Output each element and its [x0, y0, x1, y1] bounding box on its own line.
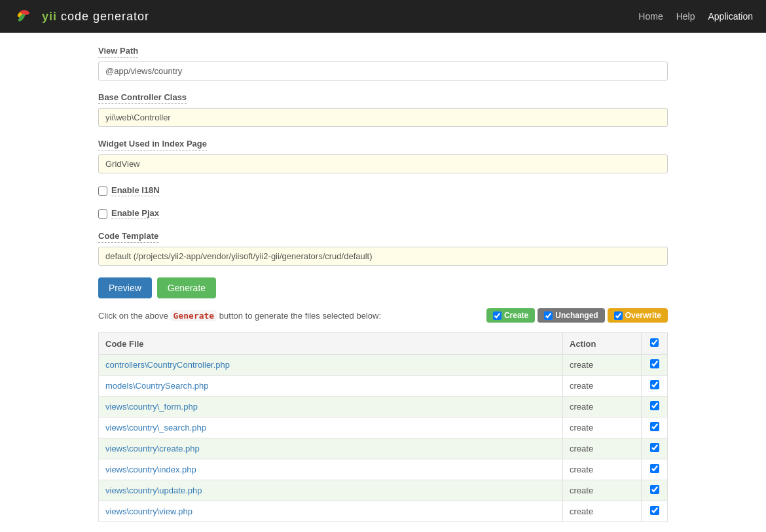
file-link-cell: views\country\create.php [99, 438, 563, 459]
table-header-row: Code File Action [99, 333, 668, 355]
nav-help[interactable]: Help [676, 11, 695, 22]
enable-pjax-label[interactable]: Enable Pjax [111, 208, 159, 219]
file-link[interactable]: views\country\index.php [105, 465, 196, 474]
row-checkbox[interactable] [650, 485, 659, 494]
table-row: views\country\view.phpcreate [99, 501, 668, 522]
action-cell: create [563, 480, 642, 501]
action-cell: create [563, 417, 642, 438]
enable-pjax-checkbox[interactable] [98, 209, 107, 219]
file-table: Code File Action controllers\CountryCont… [98, 332, 668, 522]
info-after: button to generate the files selected be… [219, 311, 381, 321]
table-row: views\country\create.phpcreate [99, 438, 668, 459]
row-checkbox[interactable] [650, 464, 659, 473]
info-text-content: Click on the above Generate button to ge… [98, 311, 381, 321]
file-link-cell: views\country\_search.php [99, 417, 563, 438]
file-link-cell: views\country\view.php [99, 501, 563, 522]
enable-i18n-checkbox[interactable] [98, 186, 107, 196]
file-link-cell: controllers\CountryController.php [99, 355, 563, 376]
nav-home[interactable]: Home [638, 11, 663, 22]
preview-button[interactable]: Preview [98, 277, 152, 298]
action-buttons: Preview Generate [98, 277, 668, 298]
file-link[interactable]: views\country\view.php [105, 506, 192, 516]
nav-links: Home Help Application [638, 11, 753, 22]
brand-text: yii code generator [42, 10, 149, 24]
table-row: controllers\CountryController.phpcreate [99, 355, 668, 376]
badge-overwrite: Overwrite [608, 308, 668, 323]
legend-badges: Create Unchanged Overwrite [486, 308, 668, 323]
main-content: View Path Base Controller Class Widget U… [88, 33, 678, 532]
code-template-group: Code Template [98, 231, 668, 266]
action-cell: create [563, 376, 642, 397]
row-checkbox[interactable] [650, 401, 659, 410]
col-code-file: Code File [99, 333, 563, 355]
widget-input[interactable] [98, 154, 668, 173]
view-path-group: View Path [98, 46, 668, 80]
file-link-cell: models\CountrySearch.php [99, 376, 563, 397]
select-all-checkbox[interactable] [650, 338, 659, 347]
navbar: yii code generator Home Help Application [0, 0, 766, 33]
file-link[interactable]: controllers\CountryController.php [105, 360, 230, 370]
row-check-cell [642, 480, 668, 501]
action-cell: create [563, 397, 642, 417]
view-path-input[interactable] [98, 62, 668, 80]
action-cell: create [563, 501, 642, 522]
widget-label: Widget Used in Index Page [98, 139, 207, 151]
info-before: Click on the above [98, 311, 168, 321]
yii-logo-icon [13, 5, 37, 28]
file-link[interactable]: views\country\_form.php [105, 402, 198, 412]
badge-unchanged: Unchanged [538, 308, 604, 323]
generate-button[interactable]: Generate [157, 277, 216, 298]
col-checkbox-header [642, 333, 668, 355]
row-check-cell [642, 438, 668, 459]
info-generate-word: Generate [171, 310, 217, 321]
badge-overwrite-label: Overwrite [625, 311, 661, 320]
row-checkbox[interactable] [650, 506, 659, 515]
badge-unchanged-label: Unchanged [555, 311, 598, 320]
badge-create-checkbox[interactable] [493, 311, 502, 320]
table-row: views\country\_search.phpcreate [99, 417, 668, 438]
base-controller-group: Base Controller Class [98, 92, 668, 127]
row-checkbox[interactable] [650, 359, 659, 368]
table-row: views\country\index.phpcreate [99, 459, 668, 480]
brand-link[interactable]: yii code generator [13, 5, 149, 28]
file-link[interactable]: views\country\_search.php [105, 423, 206, 433]
enable-i18n-label[interactable]: Enable I18N [111, 185, 160, 196]
row-checkbox[interactable] [650, 380, 659, 389]
action-cell: create [563, 459, 642, 480]
row-check-cell [642, 376, 668, 397]
file-link[interactable]: views\country\create.php [105, 444, 200, 453]
row-checkbox[interactable] [650, 422, 659, 431]
action-cell: create [563, 355, 642, 376]
code-template-label: Code Template [98, 231, 158, 243]
badge-overwrite-checkbox[interactable] [614, 311, 623, 320]
table-row: views\country\_form.phpcreate [99, 397, 668, 417]
row-checkbox[interactable] [650, 443, 659, 452]
widget-group: Widget Used in Index Page [98, 139, 668, 173]
table-row: views\country\update.phpcreate [99, 480, 668, 501]
badge-unchanged-checkbox[interactable] [544, 311, 553, 320]
svg-point-0 [13, 5, 37, 28]
base-controller-label: Base Controller Class [98, 92, 187, 104]
row-check-cell [642, 417, 668, 438]
row-check-cell [642, 397, 668, 417]
nav-application[interactable]: Application [708, 11, 754, 22]
file-link[interactable]: views\country\update.php [105, 486, 202, 495]
action-cell: create [563, 438, 642, 459]
row-check-cell [642, 355, 668, 376]
enable-i18n-group: Enable I18N [98, 185, 668, 196]
info-bar: Click on the above Generate button to ge… [98, 308, 668, 323]
view-path-label: View Path [98, 46, 138, 58]
file-link-cell: views\country\update.php [99, 480, 563, 501]
col-action: Action [563, 333, 642, 355]
file-link-cell: views\country\index.php [99, 459, 563, 480]
file-link-cell: views\country\_form.php [99, 397, 563, 417]
code-template-input[interactable] [98, 247, 668, 266]
row-check-cell [642, 459, 668, 480]
badge-create: Create [486, 308, 535, 323]
file-link[interactable]: models\CountrySearch.php [105, 381, 209, 391]
table-row: models\CountrySearch.phpcreate [99, 376, 668, 397]
base-controller-input[interactable] [98, 108, 668, 127]
row-check-cell [642, 501, 668, 522]
file-table-body: controllers\CountryController.phpcreatem… [99, 355, 668, 522]
badge-create-label: Create [504, 311, 528, 320]
